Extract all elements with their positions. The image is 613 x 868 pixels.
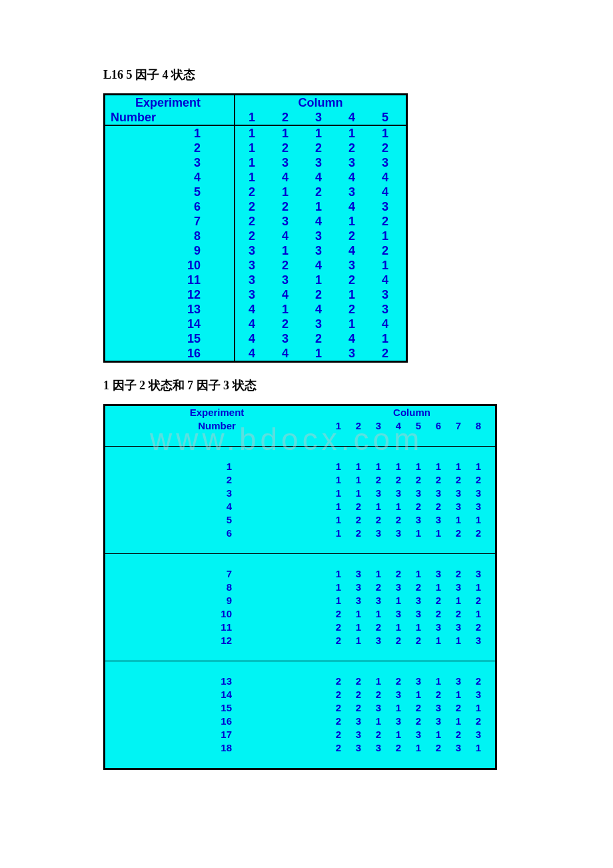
cell: 4 [269, 170, 302, 185]
cell: 3 [388, 715, 408, 728]
cell: 1 [388, 728, 408, 741]
table-row: 111111 [105, 125, 406, 141]
cell: 2 [328, 607, 348, 621]
cell: 1 [448, 513, 468, 527]
cell: 1 [235, 170, 269, 185]
cell: 3 [388, 581, 408, 594]
cell: 1 [468, 741, 495, 755]
table-row: 713121323 [105, 567, 495, 581]
t1-colnum-4: 4 [335, 110, 368, 125]
table-row: 414444 [105, 170, 406, 185]
cell: 2 [408, 473, 428, 487]
cell: 3 [448, 581, 468, 594]
cell: 1 [328, 500, 348, 513]
cell: 1 [368, 715, 388, 728]
cell: 2 [448, 567, 468, 581]
exp-number: 4 [105, 500, 328, 513]
cell: 3 [335, 258, 368, 273]
cell: 2 [328, 701, 348, 715]
cell: 1 [328, 513, 348, 527]
cell: 1 [428, 728, 448, 741]
table-2-header-row2: Number 1 2 3 4 5 6 7 8 [105, 419, 495, 433]
cell: 2 [302, 141, 335, 155]
cell: 2 [408, 581, 428, 594]
table-row: 622143 [105, 199, 406, 214]
cell: 3 [348, 581, 368, 594]
table-1-wrap: Experiment Column Number 1 2 3 4 5 11111… [103, 93, 408, 363]
cell: 2 [235, 185, 269, 199]
cell: 1 [368, 229, 406, 243]
cell: 2 [468, 527, 495, 540]
t2-colnum-8: 8 [468, 419, 495, 433]
t2-colnum-2: 2 [348, 419, 368, 433]
exp-number: 7 [105, 214, 235, 229]
table-2: Experiment Column Number 1 2 3 4 5 6 7 8… [105, 406, 495, 768]
cell: 3 [408, 607, 428, 621]
table-1-header-row1: Experiment Column [105, 95, 406, 110]
table-row: 813232131 [105, 581, 495, 594]
table-row: 1322123132 [105, 675, 495, 688]
cell: 2 [388, 741, 408, 755]
cell: 2 [269, 258, 302, 273]
cell: 2 [328, 728, 348, 741]
cell: 2 [348, 513, 368, 527]
cell: 1 [388, 701, 408, 715]
cell: 1 [348, 621, 368, 634]
cell: 2 [428, 741, 448, 755]
cell: 3 [428, 567, 448, 581]
table-row: 913313212 [105, 594, 495, 607]
cell: 1 [468, 607, 495, 621]
table-row: 311333333 [105, 487, 495, 500]
table-row: 1442314 [105, 317, 406, 331]
cell: 2 [368, 581, 388, 594]
cell: 1 [388, 500, 408, 513]
exp-number: 16 [105, 346, 235, 361]
cell: 1 [328, 581, 348, 594]
exp-number: 9 [105, 594, 328, 607]
cell: 3 [302, 243, 335, 258]
cell: 4 [235, 346, 269, 361]
cell: 1 [368, 460, 388, 473]
cell: 4 [269, 229, 302, 243]
cell: 2 [428, 594, 448, 607]
cell: 2 [368, 214, 406, 229]
cell: 2 [448, 701, 468, 715]
table-row: 931342 [105, 243, 406, 258]
cell: 4 [368, 273, 406, 287]
cell: 4 [235, 302, 269, 317]
table-2-wrap: Experiment Column Number 1 2 3 4 5 6 7 8… [103, 404, 497, 770]
table-row: 212222 [105, 141, 406, 155]
cell: 1 [328, 594, 348, 607]
exp-number: 11 [105, 621, 328, 634]
cell: 3 [348, 594, 368, 607]
cell: 1 [388, 460, 408, 473]
table-row: 1234213 [105, 287, 406, 302]
cell: 3 [428, 701, 448, 715]
cell: 2 [328, 741, 348, 755]
cell: 3 [468, 634, 495, 647]
cell: 1 [269, 185, 302, 199]
exp-number: 15 [105, 701, 328, 715]
cell: 2 [368, 141, 406, 155]
cell: 2 [468, 594, 495, 607]
cell: 1 [448, 460, 468, 473]
cell: 2 [235, 199, 269, 214]
t1-colnum-5: 5 [368, 110, 406, 125]
table-row: 313333 [105, 155, 406, 170]
cell: 1 [408, 460, 428, 473]
cell: 3 [468, 728, 495, 741]
cell: 1 [428, 460, 448, 473]
cell: 3 [428, 715, 448, 728]
table-row: 1723213123 [105, 728, 495, 741]
cell: 3 [428, 513, 448, 527]
cell: 2 [428, 473, 448, 487]
t1-hdr-experiment: Experiment [105, 95, 235, 110]
cell: 2 [368, 688, 388, 701]
exp-number: 2 [105, 141, 235, 155]
t2-hdr-column: Column [328, 406, 495, 419]
t2-colnum-1: 1 [328, 419, 348, 433]
cell: 2 [428, 688, 448, 701]
cell: 2 [368, 728, 388, 741]
cell: 3 [468, 688, 495, 701]
cell: 1 [368, 567, 388, 581]
